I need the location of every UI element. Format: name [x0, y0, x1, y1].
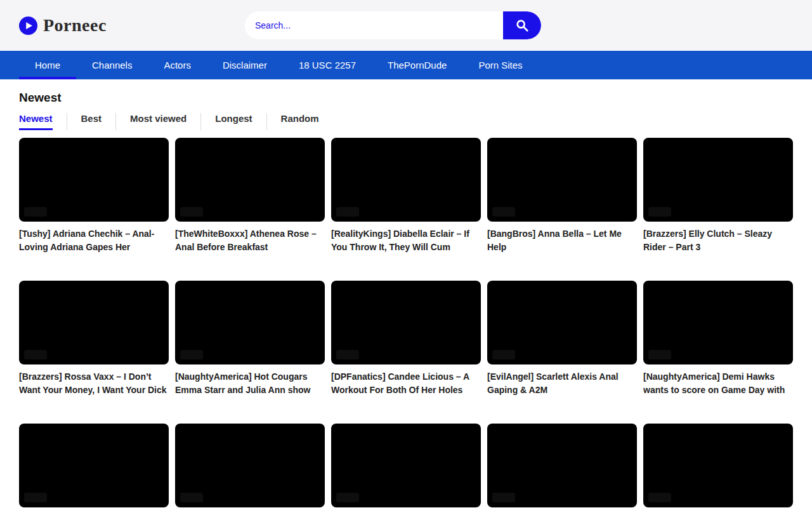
video-thumbnail[interactable]	[643, 281, 793, 364]
nav-item-actors[interactable]: Actors	[148, 51, 207, 79]
video-thumbnail[interactable]	[19, 138, 169, 222]
video-title[interactable]: [Brazzers] Rossa Vaxx – I Don’t Want You…	[19, 370, 169, 397]
tab-newest[interactable]: Newest	[19, 113, 67, 130]
video-thumbnail[interactable]	[643, 424, 793, 507]
search-icon	[515, 18, 529, 32]
video-grid: [Tushy] Adriana Chechik – Anal-Loving Ad…	[19, 138, 793, 508]
video-card[interactable]	[643, 424, 793, 508]
tab-longest[interactable]: Longest	[200, 113, 266, 130]
site-name: Porneec	[43, 15, 107, 36]
page-title: Newest	[19, 91, 793, 105]
video-card[interactable]	[331, 424, 481, 508]
nav-item-theporndude[interactable]: ThePornDude	[372, 51, 462, 79]
video-thumbnail[interactable]	[643, 138, 793, 222]
duration-badge	[24, 207, 47, 217]
duration-badge	[336, 493, 359, 502]
video-card[interactable]: [NaughtyAmerica] Hot Cougars Emma Starr …	[175, 281, 325, 397]
video-title[interactable]: [BangBros] Anna Bella – Let Me Help	[487, 227, 637, 254]
video-title[interactable]: [DPFanatics] Candee Licious – A Workout …	[331, 370, 481, 397]
video-card[interactable]: [Tushy] Adriana Chechik – Anal-Loving Ad…	[19, 138, 169, 254]
search-input[interactable]	[245, 11, 503, 39]
video-title[interactable]: [Tushy] Adriana Chechik – Anal-Loving Ad…	[19, 227, 169, 254]
duration-badge	[24, 493, 47, 502]
video-title[interactable]: [NaughtyAmerica] Hot Cougars Emma Starr …	[175, 370, 325, 397]
duration-badge	[180, 207, 203, 217]
video-card[interactable]: [Brazzers] Rossa Vaxx – I Don’t Want You…	[19, 281, 169, 397]
tab-best[interactable]: Best	[67, 113, 116, 130]
tab-label: Most viewed	[130, 113, 187, 130]
video-card[interactable]: [NaughtyAmerica] Demi Hawks wants to sco…	[643, 281, 793, 397]
site-logo[interactable]: Porneec	[19, 0, 107, 51]
video-title[interactable]: [NaughtyAmerica] Demi Hawks wants to sco…	[643, 370, 793, 397]
nav-item-porn-sites[interactable]: Porn Sites	[462, 51, 538, 79]
nav-item-18-usc-2257[interactable]: 18 USC 2257	[283, 51, 372, 79]
video-title[interactable]: [RealityKings] Diabella Eclair – If You …	[331, 227, 481, 254]
tab-label: Random	[281, 113, 319, 130]
nav-item-home[interactable]: Home	[19, 51, 76, 79]
duration-badge	[648, 350, 671, 359]
duration-badge	[180, 493, 203, 502]
sort-tabs: NewestBestMost viewedLongestRandom	[19, 113, 793, 130]
video-card[interactable]	[487, 424, 637, 508]
video-title[interactable]: [EvilAngel] Scarlett Alexis Anal Gaping …	[487, 370, 637, 397]
tab-label: Newest	[19, 113, 53, 130]
duration-badge	[648, 493, 671, 502]
video-title[interactable]: [TheWhiteBoxxx] Athenea Rose – Anal Befo…	[175, 227, 325, 254]
video-card[interactable]: [RealityKings] Diabella Eclair – If You …	[331, 138, 481, 254]
video-card[interactable]: [DPFanatics] Candee Licious – A Workout …	[331, 281, 481, 397]
duration-badge	[336, 207, 359, 217]
video-thumbnail[interactable]	[175, 424, 325, 507]
video-thumbnail[interactable]	[331, 138, 481, 222]
search-bar	[245, 11, 541, 39]
video-thumbnail[interactable]	[487, 424, 637, 507]
video-card[interactable]: [TheWhiteBoxxx] Athenea Rose – Anal Befo…	[175, 138, 325, 254]
tab-label: Best	[81, 113, 102, 130]
duration-badge	[492, 350, 515, 359]
main-content: Newest NewestBestMost viewedLongestRando…	[0, 79, 812, 508]
video-thumbnail[interactable]	[487, 281, 637, 364]
duration-badge	[180, 350, 203, 359]
tab-label: Longest	[215, 113, 252, 130]
video-card[interactable]: [EvilAngel] Scarlett Alexis Anal Gaping …	[487, 281, 637, 397]
video-card[interactable]: [BangBros] Anna Bella – Let Me Help	[487, 138, 637, 254]
video-thumbnail[interactable]	[175, 281, 325, 364]
video-card[interactable]	[175, 424, 325, 508]
search-button[interactable]	[503, 11, 541, 39]
nav-item-channels[interactable]: Channels	[76, 51, 148, 79]
duration-badge	[336, 350, 359, 359]
main-nav: HomeChannelsActorsDisclaimer18 USC 2257T…	[0, 51, 812, 79]
play-icon	[19, 17, 37, 35]
video-thumbnail[interactable]	[19, 281, 169, 364]
duration-badge	[648, 207, 671, 217]
video-title[interactable]: [Brazzers] Elly Clutch – Sleazy Rider – …	[643, 227, 793, 254]
nav-item-disclaimer[interactable]: Disclaimer	[207, 51, 283, 79]
duration-badge	[24, 350, 47, 359]
duration-badge	[492, 493, 515, 502]
duration-badge	[492, 207, 515, 217]
video-thumbnail[interactable]	[487, 138, 637, 222]
video-card[interactable]: [Brazzers] Elly Clutch – Sleazy Rider – …	[643, 138, 793, 254]
tab-most-viewed[interactable]: Most viewed	[115, 113, 200, 130]
video-thumbnail[interactable]	[331, 424, 481, 507]
video-card[interactable]	[19, 424, 169, 508]
video-thumbnail[interactable]	[331, 281, 481, 364]
video-thumbnail[interactable]	[19, 424, 169, 507]
tab-random[interactable]: Random	[266, 113, 333, 130]
video-thumbnail[interactable]	[175, 138, 325, 222]
site-header: Porneec	[0, 0, 812, 51]
